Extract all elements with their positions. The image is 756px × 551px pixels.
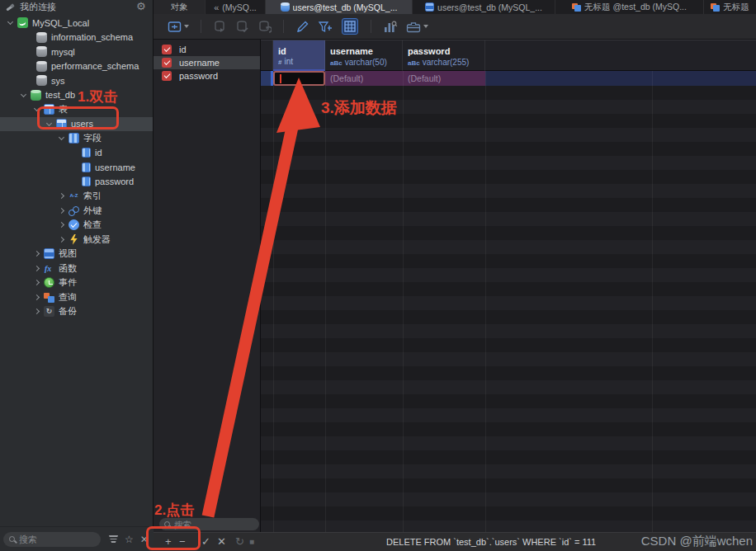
tree-item-label: 字段	[83, 132, 102, 144]
column-check-label: id	[179, 45, 187, 54]
sidebar-search-box[interactable]	[3, 532, 101, 547]
tree-item-foreign-keys[interactable]: 外键	[0, 204, 153, 219]
double-chevron-left-icon	[214, 2, 219, 12]
chevron-down-icon	[7, 19, 13, 25]
tree-item-performance-schema[interactable]: performance_schema	[0, 59, 153, 74]
grid-row-gutter-header	[261, 40, 273, 71]
tree-item-functions[interactable]: 函数	[0, 261, 153, 276]
sidebar-search-input[interactable]	[19, 535, 85, 544]
tree-item-mysql[interactable]: mysql	[0, 45, 153, 59]
tree-item-field-username[interactable]: username	[0, 160, 153, 175]
insert-row-cell-password[interactable]: (Default)	[403, 71, 485, 86]
tree-item-backups[interactable]: 备份	[0, 304, 153, 319]
index-az-icon	[69, 191, 79, 201]
tab-users-data-2[interactable]: users@test_db (MySQL_...	[413, 0, 555, 14]
insert-row-cell-id-editing[interactable]	[273, 71, 325, 86]
tab-untitled-query[interactable]: 无标题 @test_db (MySQ...	[555, 0, 704, 14]
sidebar-title: 我的连接	[20, 1, 136, 13]
star-icon[interactable]: ☆	[125, 534, 134, 545]
tree-item-field-id[interactable]: id	[0, 146, 153, 161]
tools-button[interactable]	[406, 20, 428, 34]
chart-button[interactable]	[383, 20, 398, 34]
commit-button[interactable]	[235, 20, 249, 34]
tree-item-label: 备份	[59, 305, 77, 318]
tree-item-information-schema[interactable]: information_schema	[0, 31, 153, 45]
annotation-step1-text: 1.双击	[78, 87, 117, 106]
grid-body-empty-rows[interactable]	[261, 86, 756, 533]
table-data-icon	[281, 2, 290, 12]
begin-transaction-button[interactable]	[213, 20, 227, 34]
tree-item-triggers[interactable]: 触发器	[0, 233, 153, 247]
checkbox-checked-icon[interactable]	[162, 58, 172, 68]
tree-item-queries[interactable]: 查询	[0, 290, 153, 305]
tree-item-indexes[interactable]: 索引	[0, 189, 153, 204]
tab-objects[interactable]: 对象	[154, 0, 206, 14]
stop-button[interactable]: ■	[249, 533, 254, 551]
export-data-button[interactable]	[168, 20, 189, 34]
insert-row-gutter[interactable]	[261, 71, 273, 86]
grid-column-header-password[interactable]: password aBcvarchar(255)	[403, 40, 485, 71]
tree-item-label: password	[95, 177, 134, 186]
connections-sidebar: 我的连接 MySQL_Local information_schema mysq…	[0, 0, 154, 551]
grid-column-line	[403, 71, 404, 532]
tree-item-label: MySQL_Local	[32, 18, 89, 28]
chevron-right-icon	[59, 193, 64, 199]
chevron-right-icon	[34, 280, 40, 285]
edit-record-button[interactable]	[295, 20, 309, 34]
tab-collapsed[interactable]: (MySQ...	[206, 0, 266, 14]
fields-icon	[69, 133, 79, 144]
filter-icon[interactable]	[109, 535, 118, 543]
rollback-button[interactable]	[258, 20, 272, 34]
grid-view-button[interactable]	[342, 18, 358, 35]
cancel-changes-button[interactable]: ✕	[217, 533, 226, 551]
tree-item-label: 查询	[59, 291, 77, 304]
column-name: password	[408, 46, 450, 56]
tree-item-label: test_db	[45, 90, 75, 100]
tree-item-label: information_schema	[51, 32, 133, 42]
tree-item-sys[interactable]: sys	[0, 73, 153, 88]
tree-item-label: 外键	[83, 205, 102, 217]
tree-item-label: 视图	[59, 247, 77, 260]
tree-item-views[interactable]: 视图	[0, 247, 153, 261]
checkbox-checked-icon[interactable]	[162, 71, 172, 81]
checkbox-checked-icon[interactable]	[162, 45, 172, 54]
filter-sort-button[interactable]	[318, 20, 333, 34]
status-sql-text: DELETE FROM `test_db`.`users` WHERE `id`…	[386, 533, 596, 551]
column-check-username[interactable]: username	[154, 56, 260, 69]
grid-column-header-id[interactable]: id #int	[273, 40, 325, 71]
tree-item-events[interactable]: 事件	[0, 276, 153, 290]
tree-item-field-password[interactable]: password	[0, 175, 153, 190]
field-column-icon	[82, 148, 91, 158]
refresh-button[interactable]: ↻	[235, 533, 244, 551]
tab-users-data[interactable]: users@test_db (MySQL_...	[266, 0, 413, 14]
apply-changes-button[interactable]: ✓	[201, 533, 210, 551]
function-fx-icon	[44, 263, 54, 274]
grid-column-line	[485, 71, 486, 532]
gear-icon[interactable]	[136, 2, 148, 13]
field-column-icon	[82, 162, 91, 172]
tree-item-label: username	[95, 162, 135, 172]
tree-item-mysql-local[interactable]: MySQL_Local	[0, 16, 153, 31]
annotation-step3-text: 3.添加数据	[321, 97, 397, 119]
column-check-password[interactable]: password	[154, 69, 260, 82]
search-icon	[9, 536, 15, 542]
tree-item-test-db[interactable]: test_db	[0, 88, 153, 103]
tree-item-label: mysql	[51, 47, 75, 57]
tab-bar: 对象 (MySQ... users@test_db (MySQL_... use…	[154, 0, 756, 14]
insert-row-cell-username[interactable]: (Default)	[325, 71, 403, 86]
column-filter-panel: id username password	[154, 40, 261, 532]
tree-item-label: 事件	[59, 276, 77, 289]
tree-item-fields[interactable]: 字段	[0, 131, 153, 146]
column-name: username	[330, 46, 373, 56]
grid-column-line	[325, 71, 326, 532]
tree-item-checks[interactable]: 检查	[0, 218, 153, 233]
column-type: varchar(50)	[345, 58, 387, 67]
chevron-right-icon	[34, 266, 40, 271]
grid-column-header-username[interactable]: username aBcvarchar(50)	[325, 40, 403, 71]
column-check-id[interactable]: id	[154, 43, 260, 56]
grid-toolbar	[154, 14, 756, 40]
tree-item-label: id	[95, 148, 102, 158]
chevron-right-icon	[59, 208, 64, 214]
tab-untitled-query-2[interactable]: 无标题	[704, 0, 756, 14]
toolbar-separator	[283, 20, 284, 33]
